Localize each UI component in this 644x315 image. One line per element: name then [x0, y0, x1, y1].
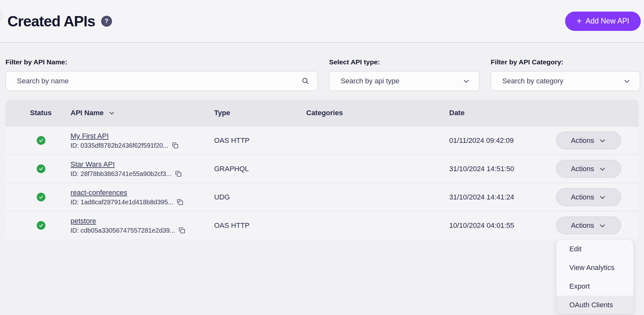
api-category-label: Filter by API Category: [491, 58, 640, 66]
chevron-down-icon [599, 165, 606, 173]
api-type-select[interactable]: Search by api type [329, 71, 479, 91]
page-header: Created APIs ? + Add New API [0, 0, 644, 43]
api-category-placeholder: Search by category [502, 77, 564, 85]
chevron-down-icon [623, 77, 631, 85]
api-date-text: 31/10/2024 14:41:24 [449, 193, 556, 201]
api-date-text: 10/10/2024 04:01:55 [449, 221, 556, 230]
search-by-name-input[interactable] [5, 71, 318, 91]
sort-chevron-down-icon [108, 109, 115, 116]
add-new-api-label: Add New API [585, 17, 629, 25]
copy-icon[interactable] [176, 199, 184, 206]
column-header-date: Date [449, 109, 556, 117]
status-active-icon [37, 164, 45, 173]
menu-item-oauth-clients[interactable]: OAuth Clients [556, 296, 633, 314]
apis-table: Status API Name Type Categories Date My … [5, 100, 639, 239]
api-id-text: ID: 28f78bb3863741e55a90b2cf3... [71, 170, 172, 178]
actions-button[interactable]: Actions [556, 132, 621, 149]
api-type-text: GRAPHQL [214, 165, 306, 173]
menu-item-edit[interactable]: Edit [556, 240, 633, 258]
status-active-icon [37, 136, 45, 145]
column-header-api-name-sort[interactable]: API Name [71, 109, 214, 117]
select-api-type-group: Select API type: Search by api type [329, 58, 479, 91]
help-icon[interactable]: ? [101, 16, 112, 27]
actions-button[interactable]: Actions [556, 160, 621, 178]
api-name-link[interactable]: react-conferences [71, 189, 127, 197]
column-header-type: Type [214, 109, 306, 117]
table-header-row: Status API Name Type Categories Date [5, 100, 639, 126]
chevron-down-icon [599, 193, 606, 201]
copy-icon[interactable] [175, 170, 182, 177]
copy-icon[interactable] [178, 227, 185, 234]
actions-dropdown-menu: Edit View Analytics Export OAuth Clients [556, 240, 633, 314]
api-category-select[interactable]: Search by category [491, 71, 640, 91]
table-row: Star Wars API ID: 28f78bb3863741e55a90b2… [5, 154, 639, 183]
edge-decoration [0, 10, 3, 21]
status-active-icon [37, 193, 45, 201]
chevron-down-icon [599, 222, 606, 229]
plus-icon: + [577, 17, 582, 25]
api-name-link[interactable]: My First API [71, 132, 109, 140]
api-name-link[interactable]: petstore [71, 217, 96, 225]
api-name-link[interactable]: Star Wars API [71, 160, 115, 169]
status-active-icon [37, 221, 45, 230]
api-date-text: 01/11/2024 09:42:09 [449, 136, 556, 145]
actions-button[interactable]: Actions [556, 188, 621, 206]
page-title: Created APIs [7, 13, 95, 30]
table-row: petstore ID: cdb05a33056747557281e2d39..… [5, 211, 639, 239]
filter-by-category-group: Filter by API Category: Search by catego… [491, 58, 640, 91]
api-id-text: ID: 0335df8782b2436f62f591f20... [71, 142, 168, 149]
add-new-api-button[interactable]: + Add New API [565, 12, 641, 31]
filter-name-label: Filter by API Name: [5, 58, 318, 66]
api-type-text: OAS HTTP [214, 221, 306, 230]
filter-by-name-group: Filter by API Name: [5, 58, 318, 91]
api-type-placeholder: Search by api type [341, 77, 399, 85]
table-row: My First API ID: 0335df8782b2436f62f591f… [5, 126, 639, 154]
copy-icon[interactable] [172, 142, 179, 149]
chevron-down-icon [462, 77, 470, 85]
actions-button[interactable]: Actions [556, 217, 621, 234]
api-type-label: Select API type: [329, 58, 479, 66]
menu-item-view-analytics[interactable]: View Analytics [556, 258, 633, 277]
chevron-down-icon [599, 137, 606, 144]
api-id-text: ID: cdb05a33056747557281e2d39... [71, 227, 175, 234]
api-type-text: UDG [214, 193, 306, 201]
api-type-text: OAS HTTP [214, 136, 306, 145]
table-row: react-conferences ID: 1ad8caf287914e1d41… [5, 183, 639, 211]
column-header-categories: Categories [306, 109, 449, 117]
api-id-text: ID: 1ad8caf287914e1d418b8d395... [71, 199, 173, 206]
column-header-status: Status [30, 109, 71, 117]
menu-item-export[interactable]: Export [556, 277, 633, 296]
api-date-text: 31/10/2024 14:51:50 [449, 165, 556, 173]
